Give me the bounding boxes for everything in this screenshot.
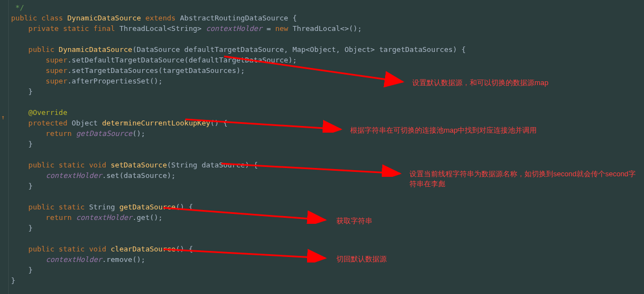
annotation-arrow-icon — [219, 160, 407, 177]
editor-gutter: ↑ — [0, 0, 9, 294]
annotation-label: 设置当前线程字符串为数据源名称，如切换到second就会传个second字符串在… — [409, 169, 642, 189]
code-line: private static final ThreadLocal<String>… — [11, 23, 644, 34]
code-line: } — [11, 139, 644, 149]
svg-line-2 — [185, 119, 341, 129]
code-line — [11, 34, 644, 44]
code-line — [11, 149, 644, 160]
svg-line-1 — [224, 56, 403, 82]
svg-line-5 — [163, 249, 325, 258]
code-line: } — [11, 265, 644, 275]
annotation-label: 设置默认数据源，和可以切换的数据源map — [412, 78, 548, 88]
annotation-label: 根据字符串在可切换的连接池map中找到对应连接池并调用 — [350, 125, 537, 135]
code-line — [11, 97, 644, 107]
gutter-marker-icon: ↑ — [1, 114, 5, 121]
code-editor[interactable]: */ public class DynamicDataSource extend… — [11, 0, 644, 288]
code-line — [11, 233, 644, 244]
svg-line-4 — [163, 208, 325, 220]
code-line — [11, 191, 644, 202]
annotation-arrow-icon — [160, 204, 332, 224]
code-line: public class DynamicDataSource extends A… — [11, 13, 644, 23]
code-line: */ — [11, 2, 644, 13]
annotation-arrow-icon — [183, 116, 347, 133]
annotation-arrow-icon — [160, 246, 332, 262]
code-line: } — [11, 275, 644, 286]
annotation-arrow-icon — [221, 50, 409, 88]
annotation-label: 获取字符串 — [336, 216, 372, 226]
code-line: } — [11, 223, 644, 233]
annotation-label: 切回默认数据源 — [336, 254, 387, 264]
svg-line-3 — [221, 164, 400, 174]
